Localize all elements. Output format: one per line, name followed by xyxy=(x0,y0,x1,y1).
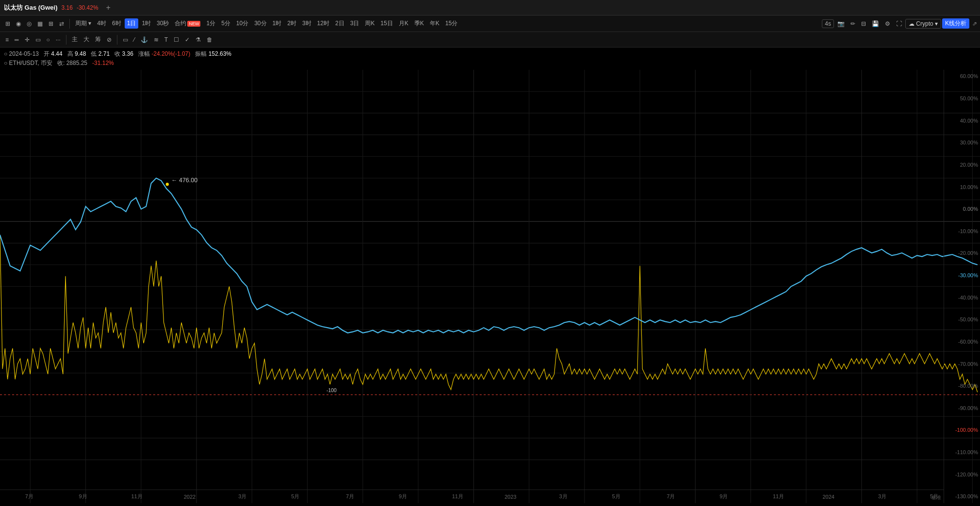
replay-button[interactable]: 4s xyxy=(822,19,834,28)
tool-draw-rect[interactable]: ▭ xyxy=(120,35,131,44)
separator3 xyxy=(117,35,117,45)
period-12h[interactable]: 12时 xyxy=(315,18,332,29)
title-change: -30.42% xyxy=(77,4,98,11)
tool-circle[interactable]: ○ xyxy=(44,35,52,44)
period-dropdown[interactable]: 周期 ▾ xyxy=(73,18,94,29)
low-value: 2.71 xyxy=(98,50,110,57)
eth-exchange: 币安 xyxy=(41,60,52,66)
yellow-line xyxy=(0,235,978,393)
period-1h[interactable]: 1时 xyxy=(139,18,153,29)
fullscreen-icon[interactable]: ⛶ xyxy=(894,19,904,28)
share-button[interactable]: ⇗ xyxy=(972,20,977,27)
kline-analysis-button[interactable]: K线分析 xyxy=(942,18,969,29)
title-price: 3.16 xyxy=(62,4,73,11)
y-label-neg30: -30.00% xyxy=(946,273,978,278)
separator2 xyxy=(66,35,66,45)
tool-dotted[interactable]: ··· xyxy=(53,35,63,44)
x-label-mar2: 3月 xyxy=(559,493,568,500)
x-label-may: 5月 xyxy=(291,493,299,500)
period-5m[interactable]: 5分 xyxy=(219,18,233,29)
alert-circle-icon[interactable]: ◎ xyxy=(24,19,34,28)
period-1d[interactable]: 1日 xyxy=(125,18,139,29)
change-value: -24.20%(-1.07) xyxy=(151,50,190,57)
save-icon[interactable]: 💾 xyxy=(869,19,882,28)
eth-close-label: 收: xyxy=(57,60,65,66)
tool-two-lines[interactable]: ═ xyxy=(12,35,21,44)
period-10m[interactable]: 10分 xyxy=(234,18,251,29)
period-1m[interactable]: 1分 xyxy=(204,18,218,29)
period-30m[interactable]: 30分 xyxy=(252,18,269,29)
period-2h[interactable]: 2时 xyxy=(285,18,299,29)
eth-change-value: -31.12% xyxy=(92,60,114,66)
eth-close-value: 2885.25 xyxy=(66,60,87,66)
tool-clear[interactable]: 🗑 xyxy=(204,35,215,44)
close-value: 3.36 xyxy=(122,50,133,57)
x-label-mar: 3月 xyxy=(238,493,246,500)
tool-filter[interactable]: ⚗ xyxy=(193,35,203,44)
period-2d[interactable]: 2日 xyxy=(333,18,347,29)
layout2-icon[interactable]: ⊟ xyxy=(859,19,868,28)
crypto-button[interactable]: ☁ Crypto ▾ xyxy=(905,19,941,29)
tool-anchor[interactable]: ⚓ xyxy=(138,35,150,44)
y-label-neg120: -120.00% xyxy=(946,472,978,477)
tool-text[interactable]: T xyxy=(162,35,170,44)
tool-rect[interactable]: ▭ xyxy=(33,35,43,44)
indicator-circle-icon[interactable]: ◉ xyxy=(14,19,23,28)
table-icon[interactable]: ⊞ xyxy=(46,19,56,28)
compare-icon[interactable]: ⇄ xyxy=(57,19,66,28)
y-label-50: 50.00% xyxy=(946,96,978,101)
tool-check[interactable]: ✓ xyxy=(182,35,192,44)
tool-rect2[interactable]: ☐ xyxy=(171,35,181,44)
settings-icon[interactable]: ⚙ xyxy=(882,19,893,28)
tool-big[interactable]: 大 xyxy=(81,34,92,45)
period-15d[interactable]: 15日 xyxy=(378,18,395,29)
svg-point-37 xyxy=(166,183,169,186)
period-15m[interactable]: 15分 xyxy=(443,18,460,29)
svg-text:-100: -100 xyxy=(327,387,337,393)
bottom-label: 基准 xyxy=(931,492,980,503)
x-label-may2: 5月 xyxy=(612,493,621,500)
period-seasonk[interactable]: 季K xyxy=(412,18,426,29)
eth-row: ○ ETH/USDT, 币安 收: 2885.25 -31.12% xyxy=(4,59,976,68)
close-label: 收 xyxy=(114,50,120,57)
y-label-neg80: -80.00% xyxy=(946,383,978,389)
high-label: 高 xyxy=(67,50,73,57)
period-30s[interactable]: 30秒 xyxy=(154,18,171,29)
chart-container[interactable]: ← 476.00 -100 60.00% 50.00% 40.00% 30.00… xyxy=(0,70,980,503)
eth-symbol: ETH/USDT xyxy=(9,60,38,66)
period-3h[interactable]: 3时 xyxy=(300,18,314,29)
period-weekk[interactable]: 周K xyxy=(362,18,377,29)
y-label-neg50: -50.00% xyxy=(946,317,978,322)
tool-cross[interactable]: ✛ xyxy=(22,35,32,44)
period-6h[interactable]: 6时 xyxy=(110,18,124,29)
instrument-title: 以太坊 Gas (Gwei) xyxy=(4,3,58,12)
screenshot-icon[interactable]: 📷 xyxy=(835,19,847,28)
layout-icon[interactable]: ⊞ xyxy=(3,19,13,28)
y-label-10: 10.00% xyxy=(946,185,978,190)
tool-draw-line[interactable]: ∕ xyxy=(131,35,137,44)
circle-icon1: ○ xyxy=(4,50,7,57)
period-3d[interactable]: 3日 xyxy=(348,18,362,29)
add-tab-button[interactable]: + xyxy=(106,3,111,12)
y-label-neg110: -110.00% xyxy=(946,450,978,455)
period-1h2[interactable]: 1时 xyxy=(270,18,284,29)
change-label: 涨幅 xyxy=(138,50,150,57)
period-yeark[interactable]: 年K xyxy=(427,18,442,29)
y-label-neg10: -10.00% xyxy=(946,229,978,234)
period-4h[interactable]: 4时 xyxy=(95,18,109,29)
tool-chips[interactable]: 筹 xyxy=(93,34,103,45)
candle-icon[interactable]: ▦ xyxy=(35,19,45,28)
x-label-sep: 9月 xyxy=(79,493,87,500)
x-label-sep2: 9月 xyxy=(399,493,407,500)
x-label-2023: 2023 xyxy=(505,494,516,500)
period-monthk[interactable]: 月K xyxy=(396,18,411,29)
tool-three-lines[interactable]: ≡ xyxy=(3,35,11,44)
x-label-nov2: 11月 xyxy=(452,493,463,500)
tool-main[interactable]: 主 xyxy=(69,34,80,45)
tool-wave[interactable]: ≋ xyxy=(151,35,161,44)
period-contract[interactable]: 合约NEW xyxy=(172,18,203,29)
amplitude-label: 振幅 xyxy=(195,50,207,57)
draw-icon[interactable]: ✏ xyxy=(848,19,858,28)
y-label-20: 20.00% xyxy=(946,162,978,168)
tool-edit[interactable]: ⊘ xyxy=(104,35,114,44)
